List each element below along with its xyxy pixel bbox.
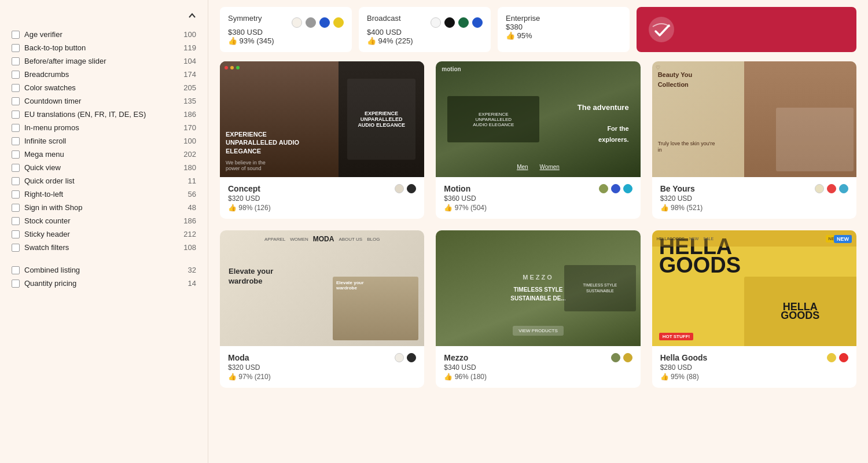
filter-checkbox[interactable] [12, 124, 20, 132]
sidebar-features-header [12, 12, 196, 20]
filter-item-eu-translations--en--fr--it--de--es-[interactable]: EU translations (EN, FR, IT, DE, ES) 186 [12, 108, 196, 121]
filter-item-quick-view[interactable]: Quick view 180 [12, 161, 196, 174]
color-swatch[interactable] [827, 184, 836, 193]
filter-item-back-to-top-button[interactable]: Back-to-top button 119 [12, 41, 196, 54]
filter-checkbox[interactable] [12, 204, 20, 212]
color-swatch[interactable] [407, 353, 416, 362]
filter-label: Quick view [24, 163, 61, 172]
filter-item-quick-order-list[interactable]: Quick order list 11 [12, 174, 196, 188]
filter-count: 170 [183, 123, 196, 132]
color-swatch[interactable] [431, 17, 441, 28]
filter-label: Mega menu [24, 150, 64, 159]
theme-card-beyours[interactable]: Beauty YouCollection Truly love the skin… [652, 61, 856, 219]
color-swatch[interactable] [319, 17, 330, 28]
color-swatch[interactable] [827, 353, 836, 362]
color-swatch[interactable] [306, 17, 316, 28]
filter-checkbox[interactable] [12, 84, 20, 92]
top-theme-card-symmetry[interactable]: Symmetry $380 USD 👍 93% (345) [220, 7, 352, 52]
plus-filter-count: 14 [188, 279, 196, 288]
filter-checkbox[interactable] [12, 217, 20, 225]
color-swatch[interactable] [599, 184, 608, 193]
color-swatch[interactable] [839, 184, 848, 193]
theme-info-price: $320 USD [660, 194, 848, 203]
filter-checkbox[interactable] [12, 177, 20, 185]
filter-checkbox[interactable] [12, 230, 20, 238]
filter-checkbox[interactable] [12, 164, 20, 172]
theme-preview-moda: APPAREL WOMEN MODA ABOUT US BLOG Elevate… [220, 230, 424, 346]
filter-checkbox[interactable] [12, 137, 20, 145]
theme-rating: 👍 93% (345) [228, 36, 344, 45]
color-swatch[interactable] [444, 17, 455, 28]
theme-card-hellagoods[interactable]: NEW ▶ HELLAGOODS HOT STUFF! HELLAGOODS H… [652, 230, 856, 388]
top-theme-card-broadcast[interactable]: Broadcast $400 USD 👍 94% (225) [359, 7, 491, 52]
color-swatch[interactable] [623, 184, 632, 193]
filter-checkbox[interactable] [12, 244, 20, 252]
color-swatch[interactable] [623, 353, 632, 362]
filter-checkbox[interactable] [12, 57, 20, 65]
filter-checkbox[interactable] [12, 44, 20, 52]
filter-count: 108 [183, 243, 196, 252]
color-swatch[interactable] [458, 17, 469, 28]
color-swatch[interactable] [407, 184, 416, 193]
filter-item-mega-menu[interactable]: Mega menu 202 [12, 148, 196, 161]
main-content: Symmetry $380 USD 👍 93% (345) Broadcast … [208, 0, 868, 463]
color-swatch[interactable] [815, 184, 824, 193]
filter-item-sign-in-with-shop[interactable]: Sign in with Shop 48 [12, 201, 196, 214]
filter-item-in-menu-promos[interactable]: In-menu promos 170 [12, 121, 196, 134]
top-theme-cards: Symmetry $380 USD 👍 93% (345) Broadcast … [220, 7, 630, 52]
plus-filter-checkbox[interactable] [12, 280, 20, 288]
plus-filter-item-quantity-pricing[interactable]: Quantity pricing 14 [12, 277, 196, 290]
filter-item-infinite-scroll[interactable]: Infinite scroll 100 [12, 134, 196, 148]
theme-info-price: $280 USD [660, 363, 848, 372]
filter-item-swatch-filters[interactable]: Swatch filters 108 [12, 241, 196, 254]
promo-banner[interactable] [637, 7, 856, 52]
plus-filter-item-combined-listing[interactable]: Combined listing 32 [12, 263, 196, 277]
filter-item-sticky-header[interactable]: Sticky header 212 [12, 227, 196, 241]
color-swatch[interactable] [395, 353, 404, 362]
color-swatch[interactable] [472, 17, 483, 28]
filter-count: 56 [188, 190, 196, 199]
filter-item-breadcrumbs[interactable]: Breadcrumbs 174 [12, 68, 196, 81]
theme-card-moda[interactable]: APPAREL WOMEN MODA ABOUT US BLOG Elevate… [220, 230, 424, 388]
color-swatch[interactable] [395, 184, 404, 193]
plus-filter-checkbox[interactable] [12, 266, 20, 274]
filter-count: 119 [183, 43, 196, 52]
theme-card-motion[interactable]: motion The adventureFor theexplorers. Me… [436, 61, 640, 219]
theme-card-info: Mezzo $340 USD 👍 96% (180) [436, 346, 640, 388]
theme-info-name: Concept [228, 184, 260, 193]
theme-info-name: Be Yours [660, 184, 695, 193]
theme-card-mezzo[interactable]: MEZZO TIMELESS STYLESUSTAINABLE DE... VI… [436, 230, 640, 388]
filter-checkbox[interactable] [12, 150, 20, 159]
color-swatch[interactable] [611, 184, 620, 193]
filter-count: 186 [183, 110, 196, 119]
filter-checkbox[interactable] [12, 71, 20, 79]
filter-count: 202 [183, 150, 196, 159]
filter-item-countdown-timer[interactable]: Countdown timer 135 [12, 94, 196, 108]
filter-label: Color swatches [24, 83, 76, 92]
theme-info-name: Motion [444, 184, 470, 193]
filter-checkbox[interactable] [12, 190, 20, 199]
top-banner: Symmetry $380 USD 👍 93% (345) Broadcast … [220, 0, 856, 59]
promo-icon [647, 15, 676, 44]
color-swatch[interactable] [292, 17, 302, 28]
theme-card-info: Moda $320 USD 👍 97% (210) [220, 346, 424, 388]
color-swatch[interactable] [611, 353, 620, 362]
filter-checkbox[interactable] [12, 111, 20, 119]
color-swatch[interactable] [839, 353, 848, 362]
theme-card-info: Concept $320 USD 👍 98% (126) [220, 177, 424, 219]
color-swatch[interactable] [333, 17, 344, 28]
filter-item-right-to-left[interactable]: Right-to-left 56 [12, 188, 196, 201]
top-theme-card-enterprise[interactable]: Enterprise $380 👍 95% [498, 7, 630, 52]
filter-item-before-after-image-slider[interactable]: Before/after image slider 104 [12, 54, 196, 68]
theme-info-price: $360 USD [444, 194, 632, 203]
chevron-up-icon[interactable] [188, 12, 196, 20]
filter-checkbox[interactable] [12, 97, 20, 105]
filter-item-color-swatches[interactable]: Color swatches 205 [12, 81, 196, 94]
filter-label: Quick order list [24, 177, 75, 185]
filter-checkbox[interactable] [12, 31, 20, 39]
filter-item-stock-counter[interactable]: Stock counter 186 [12, 214, 196, 227]
filter-item-age-verifier[interactable]: Age verifier 100 [12, 28, 196, 41]
filter-count: 48 [188, 203, 196, 212]
filter-count: 104 [183, 57, 196, 65]
theme-card-concept[interactable]: EXPERIENCEUNPARALLELED AUDIOELEGANCE We … [220, 61, 424, 219]
